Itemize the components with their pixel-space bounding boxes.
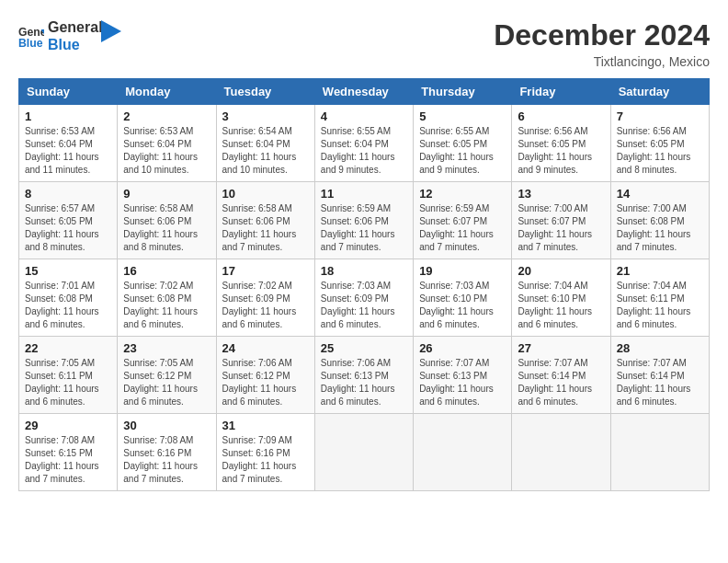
day-number: 29 [25, 419, 111, 432]
calendar-cell: 8Sunrise: 6:57 AM Sunset: 6:05 PM Daylig… [19, 182, 118, 259]
svg-marker-3 [101, 20, 121, 42]
day-number: 24 [222, 341, 309, 355]
calendar-cell: 11Sunrise: 6:59 AM Sunset: 6:06 PM Dayli… [314, 182, 413, 259]
day-number: 6 [518, 109, 604, 123]
day-info: Sunrise: 6:59 AM Sunset: 6:07 PM Dayligh… [419, 202, 506, 254]
day-info: Sunrise: 7:04 AM Sunset: 6:10 PM Dayligh… [518, 280, 604, 331]
col-friday: Friday [512, 79, 610, 105]
calendar-cell [414, 414, 512, 491]
calendar-cell: 25Sunrise: 7:06 AM Sunset: 6:13 PM Dayli… [314, 337, 413, 414]
day-number: 10 [222, 187, 309, 201]
calendar-cell: 7Sunrise: 6:56 AM Sunset: 6:05 PM Daylig… [610, 105, 709, 182]
calendar-cell: 6Sunrise: 6:56 AM Sunset: 6:05 PM Daylig… [512, 105, 610, 182]
day-number: 11 [321, 187, 407, 201]
day-info: Sunrise: 6:54 AM Sunset: 6:04 PM Dayligh… [222, 125, 309, 177]
calendar-cell: 2Sunrise: 6:53 AM Sunset: 6:04 PM Daylig… [118, 105, 216, 182]
calendar-cell: 23Sunrise: 7:05 AM Sunset: 6:12 PM Dayli… [118, 337, 216, 414]
calendar-cell: 16Sunrise: 7:02 AM Sunset: 6:08 PM Dayli… [118, 259, 216, 337]
month-title: December 2024 [494, 18, 710, 52]
calendar-cell: 18Sunrise: 7:03 AM Sunset: 6:09 PM Dayli… [314, 259, 413, 337]
calendar-cell: 24Sunrise: 7:06 AM Sunset: 6:12 PM Dayli… [216, 337, 314, 414]
calendar-cell: 21Sunrise: 7:04 AM Sunset: 6:11 PM Dayli… [610, 259, 709, 337]
day-number: 14 [617, 187, 703, 201]
day-number: 18 [321, 264, 407, 278]
calendar-cell: 4Sunrise: 6:55 AM Sunset: 6:04 PM Daylig… [314, 105, 413, 182]
col-tuesday: Tuesday [216, 79, 314, 105]
day-info: Sunrise: 7:07 AM Sunset: 6:13 PM Dayligh… [419, 357, 506, 408]
day-number: 4 [321, 109, 407, 123]
calendar-cell: 17Sunrise: 7:02 AM Sunset: 6:09 PM Dayli… [216, 259, 314, 337]
day-info: Sunrise: 7:04 AM Sunset: 6:11 PM Dayligh… [617, 280, 703, 331]
day-info: Sunrise: 6:58 AM Sunset: 6:06 PM Dayligh… [123, 202, 210, 254]
day-number: 31 [222, 419, 309, 432]
arrow-icon [101, 20, 121, 44]
day-number: 25 [321, 341, 407, 355]
col-thursday: Thursday [414, 79, 512, 105]
day-number: 13 [518, 187, 604, 201]
day-info: Sunrise: 7:05 AM Sunset: 6:11 PM Dayligh… [25, 357, 111, 408]
day-info: Sunrise: 6:53 AM Sunset: 6:04 PM Dayligh… [123, 125, 210, 177]
col-monday: Monday [118, 79, 216, 105]
day-number: 9 [123, 187, 210, 201]
day-info: Sunrise: 6:53 AM Sunset: 6:04 PM Dayligh… [25, 125, 111, 177]
day-number: 15 [25, 264, 111, 278]
calendar-cell: 3Sunrise: 6:54 AM Sunset: 6:04 PM Daylig… [216, 105, 314, 182]
calendar-week-row: 15Sunrise: 7:01 AM Sunset: 6:08 PM Dayli… [19, 259, 710, 337]
calendar-cell [512, 414, 610, 491]
calendar-cell: 22Sunrise: 7:05 AM Sunset: 6:11 PM Dayli… [19, 337, 118, 414]
day-number: 26 [419, 341, 506, 355]
day-info: Sunrise: 7:02 AM Sunset: 6:08 PM Dayligh… [123, 280, 210, 331]
day-number: 23 [123, 341, 210, 355]
day-number: 27 [518, 341, 604, 355]
col-wednesday: Wednesday [314, 79, 413, 105]
calendar-cell: 28Sunrise: 7:07 AM Sunset: 6:14 PM Dayli… [610, 337, 709, 414]
day-info: Sunrise: 6:55 AM Sunset: 6:04 PM Dayligh… [321, 125, 407, 177]
day-number: 16 [123, 264, 210, 278]
day-info: Sunrise: 7:07 AM Sunset: 6:14 PM Dayligh… [617, 357, 703, 408]
calendar-cell: 10Sunrise: 6:58 AM Sunset: 6:06 PM Dayli… [216, 182, 314, 259]
calendar-cell: 26Sunrise: 7:07 AM Sunset: 6:13 PM Dayli… [414, 337, 512, 414]
calendar-cell [610, 414, 709, 491]
logo-icon: General Blue [18, 23, 44, 49]
day-number: 8 [25, 187, 111, 201]
day-number: 7 [617, 109, 703, 123]
day-info: Sunrise: 7:05 AM Sunset: 6:12 PM Dayligh… [123, 357, 210, 408]
calendar-cell: 30Sunrise: 7:08 AM Sunset: 6:16 PM Dayli… [118, 414, 216, 491]
calendar-cell: 15Sunrise: 7:01 AM Sunset: 6:08 PM Dayli… [19, 259, 118, 337]
calendar-week-row: 22Sunrise: 7:05 AM Sunset: 6:11 PM Dayli… [19, 337, 710, 414]
calendar-table: Sunday Monday Tuesday Wednesday Thursday… [18, 78, 710, 491]
page-header: General Blue General Blue December 2024 … [18, 18, 710, 69]
calendar-cell: 31Sunrise: 7:09 AM Sunset: 6:16 PM Dayli… [216, 414, 314, 491]
calendar-week-row: 8Sunrise: 6:57 AM Sunset: 6:05 PM Daylig… [19, 182, 710, 259]
day-info: Sunrise: 7:00 AM Sunset: 6:08 PM Dayligh… [617, 202, 703, 254]
col-sunday: Sunday [19, 79, 118, 105]
col-saturday: Saturday [610, 79, 709, 105]
day-number: 2 [123, 109, 210, 123]
day-info: Sunrise: 7:07 AM Sunset: 6:14 PM Dayligh… [518, 357, 604, 408]
day-info: Sunrise: 7:03 AM Sunset: 6:10 PM Dayligh… [419, 280, 506, 331]
day-number: 12 [419, 187, 506, 201]
calendar-cell: 1Sunrise: 6:53 AM Sunset: 6:04 PM Daylig… [19, 105, 118, 182]
calendar-cell: 13Sunrise: 7:00 AM Sunset: 6:07 PM Dayli… [512, 182, 610, 259]
day-number: 20 [518, 264, 604, 278]
calendar-cell: 29Sunrise: 7:08 AM Sunset: 6:15 PM Dayli… [19, 414, 118, 491]
calendar-cell: 20Sunrise: 7:04 AM Sunset: 6:10 PM Dayli… [512, 259, 610, 337]
calendar-cell [314, 414, 413, 491]
day-info: Sunrise: 7:00 AM Sunset: 6:07 PM Dayligh… [518, 202, 604, 254]
day-info: Sunrise: 6:57 AM Sunset: 6:05 PM Dayligh… [25, 202, 111, 254]
day-info: Sunrise: 6:58 AM Sunset: 6:06 PM Dayligh… [222, 202, 309, 254]
calendar-week-row: 29Sunrise: 7:08 AM Sunset: 6:15 PM Dayli… [19, 414, 710, 491]
location-title: Tixtlancingo, Mexico [494, 54, 710, 69]
day-info: Sunrise: 7:02 AM Sunset: 6:09 PM Dayligh… [222, 280, 309, 331]
day-info: Sunrise: 7:06 AM Sunset: 6:13 PM Dayligh… [321, 357, 407, 408]
day-info: Sunrise: 6:56 AM Sunset: 6:05 PM Dayligh… [617, 125, 703, 177]
day-info: Sunrise: 7:08 AM Sunset: 6:16 PM Dayligh… [123, 434, 210, 486]
day-number: 19 [419, 264, 506, 278]
day-number: 3 [222, 109, 309, 123]
day-info: Sunrise: 7:03 AM Sunset: 6:09 PM Dayligh… [321, 280, 407, 331]
day-info: Sunrise: 6:56 AM Sunset: 6:05 PM Dayligh… [518, 125, 604, 177]
day-number: 1 [25, 109, 111, 123]
logo-line2: Blue [48, 36, 103, 53]
day-number: 17 [222, 264, 309, 278]
calendar-cell: 12Sunrise: 6:59 AM Sunset: 6:07 PM Dayli… [414, 182, 512, 259]
